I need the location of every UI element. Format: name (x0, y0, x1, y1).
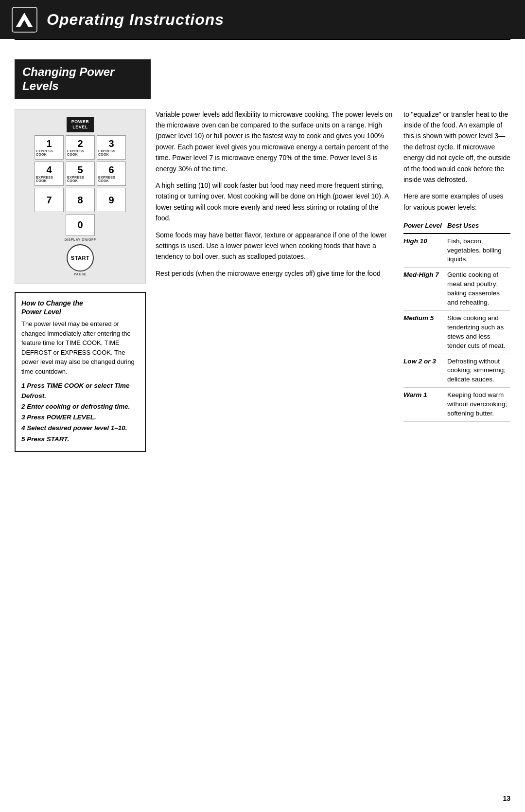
page-header: Operating Instructions (0, 0, 525, 39)
left-panel: POWER LEVEL 1 EXPRESS COOK 2 EXPRESS COO… (15, 109, 156, 452)
key-4[interactable]: 4 EXPRESS COOK (35, 162, 64, 186)
table-row: Warm 1 Keeping food warm without overcoo… (403, 388, 510, 422)
step-3: 3 Press POWER LEVEL. (21, 413, 139, 422)
table-row: High 10 Fish, bacon, vegetables, boiling… (403, 234, 510, 268)
page-number: 13 (503, 794, 510, 802)
brand-icon (10, 5, 39, 34)
middle-column: Variable power levels add flexibility to… (156, 109, 394, 452)
right-column: to "equalize" or transfer heat to the in… (403, 109, 510, 452)
table-row: Medium 5 Slow cooking and tenderizing su… (403, 310, 510, 354)
uses-high10: Fish, bacon, vegetables, boiling liquids… (447, 234, 510, 268)
right-para-1: to "equalize" or transfer heat to the in… (403, 109, 510, 185)
key-9[interactable]: 9 (97, 188, 126, 212)
main-layout: POWER LEVEL 1 EXPRESS COOK 2 EXPRESS COO… (15, 109, 510, 452)
level-medhigh7: Med-High 7 (403, 268, 447, 311)
col-power-level: Power Level (403, 218, 447, 234)
keypad-container: POWER LEVEL 1 EXPRESS COOK 2 EXPRESS COO… (15, 109, 146, 284)
power-level-button[interactable]: POWER LEVEL (67, 117, 94, 132)
step-4: 4 Select desired power level 1–10. (21, 423, 139, 433)
page-title: Operating Instructions (47, 11, 224, 29)
right-content: Variable power levels add flexibility to… (156, 109, 510, 452)
keypad-grid: 1 EXPRESS COOK 2 EXPRESS COOK 3 EXPRESS … (35, 135, 126, 212)
step-5: 5 Press START. (21, 434, 139, 444)
key-6[interactable]: 6 EXPRESS COOK (97, 162, 126, 186)
middle-para-2: A high setting (10) will cook faster but… (156, 180, 394, 224)
key-3[interactable]: 3 EXPRESS COOK (97, 135, 126, 160)
level-high10: High 10 (403, 234, 447, 268)
key-2[interactable]: 2 EXPRESS COOK (66, 135, 95, 160)
top-divider (15, 39, 510, 40)
page-content: Changing Power Levels POWER LEVEL 1 EXPR… (0, 50, 525, 471)
middle-para-3: Some foods may have better flavor, textu… (156, 230, 394, 262)
key-7[interactable]: 7 (35, 188, 64, 212)
uses-medium5: Slow cooking and tenderizing such as ste… (447, 310, 510, 354)
middle-para-1: Variable power levels add flexibility to… (156, 109, 394, 174)
col-best-uses: Best Uses (447, 218, 510, 234)
instructions-steps: 1 Press TIME COOK or select Time Defrost… (21, 381, 139, 444)
step-1: 1 Press TIME COOK or select Time Defrost… (21, 381, 139, 401)
start-button[interactable]: START (67, 244, 94, 271)
svg-point-2 (22, 22, 26, 26)
power-table: Power Level Best Uses High 10 Fish, baco… (403, 218, 510, 422)
instructions-intro: The power level may be entered or change… (21, 319, 139, 376)
table-row: Low 2 or 3 Defrosting without cooking; s… (403, 354, 510, 388)
table-row: Med-High 7 Gentle cooking of meat and po… (403, 268, 510, 311)
instructions-box: How to Change the Power Level The power … (15, 292, 146, 452)
key-zero-row: 0 (66, 214, 95, 236)
level-medium5: Medium 5 (403, 310, 447, 354)
step-2: 2 Enter cooking or defrosting time. (21, 402, 139, 412)
section-heading: Changing Power Levels (15, 59, 151, 99)
key-1[interactable]: 1 EXPRESS COOK (35, 135, 64, 160)
pause-label: PAUSE (74, 272, 87, 276)
key-5[interactable]: 5 EXPRESS COOK (66, 162, 95, 186)
uses-medhigh7: Gentle cooking of meat and poultry; baki… (447, 268, 510, 311)
key-0[interactable]: 0 (66, 214, 95, 236)
instructions-title: How to Change the Power Level (21, 299, 139, 316)
key-8[interactable]: 8 (66, 188, 95, 212)
level-warm1: Warm 1 (403, 388, 447, 422)
uses-warm1: Keeping food warm without overcooking; s… (447, 388, 510, 422)
uses-low23: Defrosting without cooking; simmering; d… (447, 354, 510, 388)
right-para-2: Here are some examples of uses for vario… (403, 191, 510, 213)
display-on-off-label: DISPLAY ON/OFF (65, 238, 96, 241)
middle-para-4: Rest periods (when the microwave energy … (156, 268, 394, 279)
level-low23: Low 2 or 3 (403, 354, 447, 388)
